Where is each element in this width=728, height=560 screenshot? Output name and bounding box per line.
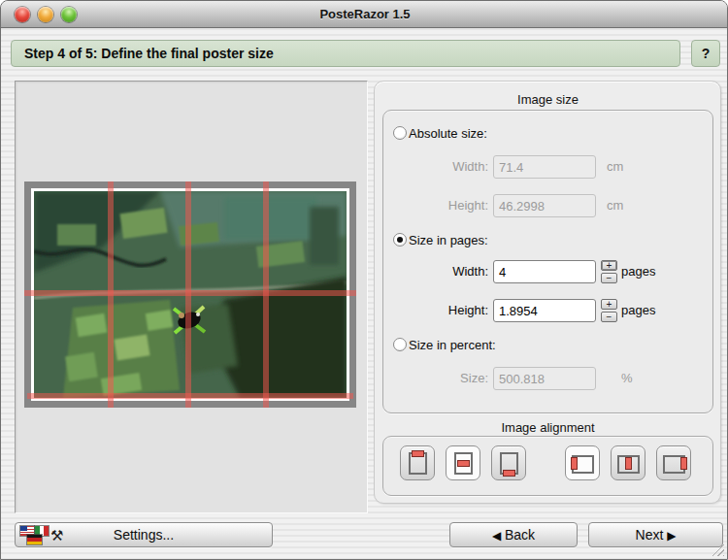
increment-button[interactable]: + bbox=[601, 260, 617, 271]
absolute-height-input[interactable] bbox=[493, 194, 596, 217]
size-in-pages-label: Size in pages: bbox=[409, 233, 488, 247]
decrement-button[interactable]: − bbox=[601, 312, 617, 322]
image-alignment-group bbox=[382, 436, 713, 496]
radio-icon[interactable] bbox=[393, 126, 407, 140]
help-button[interactable]: ? bbox=[691, 40, 720, 67]
titlebar[interactable]: PosteRazor 1.5 bbox=[1, 1, 728, 28]
absolute-size-label: Absolute size: bbox=[409, 126, 487, 141]
absolute-height-unit: cm bbox=[607, 194, 623, 217]
settings-label: Settings... bbox=[114, 527, 174, 543]
absolute-height-label: Height: bbox=[393, 194, 488, 217]
percent-size-input[interactable] bbox=[493, 367, 596, 390]
align-right-button[interactable] bbox=[656, 445, 691, 480]
size-in-pages-radio[interactable]: Size in pages: bbox=[393, 232, 488, 247]
image-size-title: Image size bbox=[382, 92, 713, 107]
absolute-size-radio[interactable]: Absolute size: bbox=[393, 125, 487, 141]
percent-size-unit: % bbox=[621, 367, 633, 390]
window-title: PosteRazor 1.5 bbox=[1, 1, 728, 28]
image-size-group: Absolute size: Width: cm Height: cm Size… bbox=[382, 110, 713, 413]
pages-width-input[interactable] bbox=[493, 260, 596, 283]
radio-checked-icon[interactable] bbox=[393, 233, 407, 247]
tools-icon: ⚒ bbox=[50, 524, 63, 547]
pages-width-label: Width: bbox=[393, 260, 488, 283]
radio-icon[interactable] bbox=[393, 338, 407, 351]
step-header: Step 4 of 5: Define the final poster siz… bbox=[11, 40, 680, 67]
percent-size-label: Size: bbox=[393, 367, 488, 390]
pages-height-label: Height: bbox=[393, 299, 488, 322]
pages-width-unit: pages bbox=[621, 260, 655, 283]
size-in-percent-radio[interactable]: Size in percent: bbox=[393, 337, 496, 352]
align-bottom-button[interactable] bbox=[491, 445, 526, 480]
poster-preview bbox=[24, 181, 356, 408]
back-button[interactable]: ◀ Back bbox=[449, 522, 578, 547]
align-hcenter-button[interactable] bbox=[611, 445, 645, 480]
page-break-horizontal-2 bbox=[27, 393, 353, 399]
app-window: PosteRazor 1.5 Step 4 of 5: Define the f… bbox=[0, 0, 728, 560]
absolute-width-label: Width: bbox=[393, 155, 488, 179]
size-in-percent-label: Size in percent: bbox=[409, 338, 496, 352]
back-label: Back bbox=[505, 527, 535, 543]
back-arrow-icon: ◀ bbox=[492, 529, 501, 543]
controls-panel: Image size Absolute size: Width: cm Heig… bbox=[374, 81, 721, 504]
page-break-horizontal-1 bbox=[24, 290, 356, 296]
align-left-button[interactable] bbox=[565, 445, 600, 480]
absolute-width-unit: cm bbox=[607, 155, 623, 179]
increment-button[interactable]: + bbox=[601, 299, 617, 310]
next-arrow-icon: ▶ bbox=[667, 529, 676, 543]
pages-width-spinner: + − bbox=[601, 260, 617, 283]
absolute-width-input[interactable] bbox=[493, 155, 596, 179]
decrement-button[interactable]: − bbox=[601, 273, 617, 283]
image-alignment-title: Image alignment bbox=[382, 420, 713, 435]
pages-height-unit: pages bbox=[621, 299, 655, 322]
next-label: Next bbox=[636, 527, 664, 543]
settings-button[interactable]: ⚒ Settings... bbox=[15, 522, 273, 547]
poster-preview-panel bbox=[15, 81, 368, 513]
align-top-button[interactable] bbox=[400, 445, 435, 480]
next-button[interactable]: Next ▶ bbox=[588, 522, 723, 547]
pages-height-spinner: + − bbox=[601, 299, 617, 322]
pages-height-input[interactable] bbox=[493, 299, 596, 322]
germany-flag-icon bbox=[27, 535, 42, 544]
align-vcenter-button[interactable] bbox=[446, 445, 480, 480]
